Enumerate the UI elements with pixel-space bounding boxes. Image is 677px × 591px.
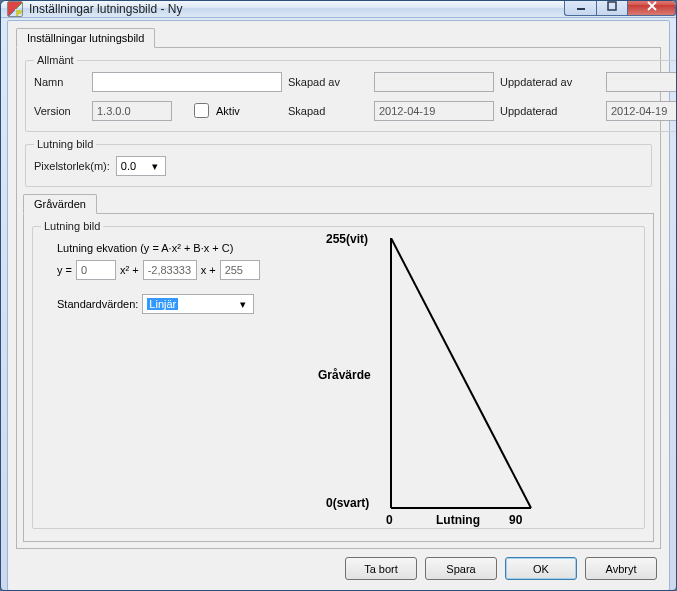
ok-button[interactable]: OK: [505, 557, 577, 580]
chevron-down-icon: ▾: [235, 298, 251, 311]
created-label: Skapad: [288, 105, 368, 117]
equation-legend: Lutning bild: [41, 220, 103, 232]
chart-x-mid: Lutning: [436, 513, 480, 527]
chart-svg: [381, 238, 541, 513]
chart-y-mid: Gråvärde: [318, 368, 371, 382]
x2-plus: x² +: [120, 264, 139, 276]
std-label: Standardvärden:: [57, 298, 138, 310]
active-label: Aktiv: [216, 105, 240, 117]
version-label: Version: [34, 105, 86, 117]
active-checkbox-wrap[interactable]: Aktiv: [190, 100, 240, 121]
inner-panel: Lutning bild Lutning ekvation (y = A·x² …: [23, 214, 654, 542]
x-plus: x +: [201, 264, 216, 276]
std-value: Linjär: [147, 298, 178, 310]
minimize-icon: [576, 1, 586, 11]
created-field: [374, 101, 494, 121]
svg-line-4: [391, 238, 531, 508]
chart-x-0: 0: [386, 513, 393, 527]
name-input[interactable]: [92, 72, 282, 92]
tab-settings[interactable]: Inställningar lutningsbild: [16, 28, 155, 48]
window-title: Inställningar lutningsbild - Ny: [29, 2, 564, 16]
std-combo[interactable]: Linjär ▾: [142, 294, 254, 314]
general-group: Allmänt Namn Skapad av Uppdaterad av Ver…: [25, 54, 677, 132]
active-checkbox[interactable]: [194, 103, 209, 118]
coeff-c-input: [220, 260, 260, 280]
maximize-button[interactable]: [596, 0, 628, 16]
buttons-bar: Ta bort Spara OK Avbryt: [16, 549, 661, 582]
general-legend: Allmänt: [34, 54, 77, 66]
y-equals: y =: [57, 264, 72, 276]
outer-tabstrip: Inställningar lutningsbild: [16, 27, 661, 48]
updatedby-label: Uppdaterad av: [500, 76, 600, 88]
equation-row: y = x² + x +: [57, 260, 361, 280]
window: Inställningar lutningsbild - Ny Inställn…: [0, 0, 677, 591]
outer-panel: Allmänt Namn Skapad av Uppdaterad av Ver…: [16, 48, 661, 549]
equation-group: Lutning bild Lutning ekvation (y = A·x² …: [32, 220, 645, 529]
slope-image-legend: Lutning bild: [34, 138, 96, 150]
updatedby-field: [606, 72, 677, 92]
equation-left: Lutning ekvation (y = A·x² + B·x + C) y …: [41, 238, 361, 320]
titlebar: Inställningar lutningsbild - Ny: [1, 1, 676, 18]
client-area: Inställningar lutningsbild Allmänt Namn …: [7, 20, 670, 591]
save-button[interactable]: Spara: [425, 557, 497, 580]
std-row: Standardvärden: Linjär ▾: [57, 294, 361, 314]
delete-button[interactable]: Ta bort: [345, 557, 417, 580]
close-icon: [646, 1, 658, 11]
chart-y-top: 255(vit): [326, 232, 368, 246]
tab-grayvalues[interactable]: Gråvärden: [23, 194, 97, 214]
updated-label: Uppdaterad: [500, 105, 600, 117]
minimize-button[interactable]: [564, 0, 596, 16]
chart-x-90: 90: [509, 513, 522, 527]
cancel-button[interactable]: Avbryt: [585, 557, 657, 580]
coeff-b-input: [143, 260, 197, 280]
svg-rect-1: [608, 2, 616, 10]
svg-rect-0: [577, 8, 585, 10]
chart-y-bot: 0(svart): [326, 496, 369, 510]
createdby-field: [374, 72, 494, 92]
app-icon: [7, 1, 23, 17]
inner-tabstrip: Gråvärden: [23, 193, 654, 214]
window-controls: [564, 0, 676, 16]
close-button[interactable]: [628, 0, 676, 16]
createdby-label: Skapad av: [288, 76, 368, 88]
coeff-a-input: [76, 260, 116, 280]
pixelsize-value: 0.0: [121, 160, 136, 172]
version-field: [92, 101, 172, 121]
slope-chart: 255(vit) Gråvärde 0(svart) 0 Lutning 90: [381, 238, 601, 518]
maximize-icon: [607, 1, 617, 11]
pixelsize-combo[interactable]: 0.0 ▾: [116, 156, 166, 176]
updated-field: [606, 101, 677, 121]
pixelsize-label: Pixelstorlek(m):: [34, 160, 110, 172]
name-label: Namn: [34, 76, 86, 88]
slope-image-group: Lutning bild Pixelstorlek(m): 0.0 ▾: [25, 138, 652, 187]
equation-text: Lutning ekvation (y = A·x² + B·x + C): [57, 242, 361, 254]
chevron-down-icon: ▾: [147, 160, 163, 173]
